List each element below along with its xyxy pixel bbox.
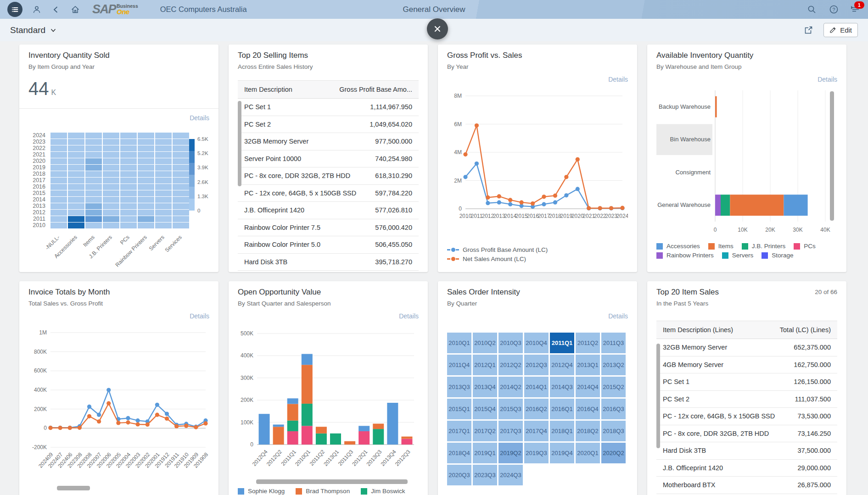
legend-item[interactable]: Gross Profit Base Amount (LC) bbox=[447, 246, 548, 253]
table-row[interactable]: PC - 8x core, DDR 32GB, 2TB HDD618,310.2… bbox=[238, 167, 419, 185]
heatmap-cell[interactable] bbox=[50, 139, 67, 145]
quarter-cell[interactable]: 2015Q1 bbox=[447, 399, 471, 419]
quarter-cell[interactable]: 2010Q1 bbox=[447, 333, 471, 353]
heatmap-cell[interactable] bbox=[155, 165, 172, 171]
details-link[interactable]: Details bbox=[28, 114, 209, 122]
heatmap-cell[interactable] bbox=[120, 133, 137, 139]
heatmap-cell[interactable] bbox=[103, 190, 119, 196]
quarter-cell[interactable]: 2019Q3 bbox=[524, 443, 549, 463]
quarter-cell[interactable]: 2019Q2 bbox=[498, 443, 523, 463]
quarter-cell[interactable]: 2018Q1 bbox=[550, 421, 574, 441]
heatmap-cell[interactable] bbox=[138, 133, 154, 139]
heatmap-cell[interactable] bbox=[173, 139, 189, 145]
heatmap-cell[interactable] bbox=[50, 152, 67, 158]
heatmap-cell[interactable] bbox=[103, 139, 119, 145]
scrollbar[interactable] bbox=[238, 101, 241, 186]
heatmap-cell[interactable] bbox=[155, 178, 172, 184]
heatmap-cell[interactable] bbox=[103, 216, 119, 222]
heatmap-cell[interactable] bbox=[103, 152, 119, 158]
heatmap-cell[interactable] bbox=[173, 158, 189, 164]
heatmap-cell[interactable] bbox=[103, 203, 119, 209]
heatmap-cell[interactable] bbox=[85, 158, 102, 164]
invoice-totals-chart[interactable]: 1M800K600K400K200K0-200K2024092024072024… bbox=[28, 321, 209, 482]
heatmap-cell[interactable] bbox=[138, 139, 154, 145]
heatmap-cell[interactable] bbox=[85, 216, 102, 222]
heatmap-cell[interactable] bbox=[138, 203, 154, 209]
quarter-cell[interactable]: 2010Q4 bbox=[524, 333, 549, 353]
heatmap-cell[interactable] bbox=[138, 158, 154, 164]
heatmap-cell[interactable] bbox=[50, 133, 67, 139]
heatmap-cell[interactable] bbox=[85, 165, 102, 171]
heatmap-cell[interactable] bbox=[120, 171, 137, 177]
quarter-cell[interactable]: 2018Q4 bbox=[447, 443, 471, 463]
heatmap-cell[interactable] bbox=[120, 158, 137, 164]
heatmap-cell[interactable] bbox=[120, 145, 137, 151]
details-link[interactable]: Details bbox=[447, 76, 628, 83]
heatmap-cell[interactable] bbox=[68, 210, 84, 216]
heatmap-cell[interactable] bbox=[173, 165, 189, 171]
legend-item[interactable]: Accessories bbox=[656, 243, 700, 250]
quarter-cell[interactable]: 2016Q1 bbox=[550, 399, 574, 419]
heatmap-cell[interactable] bbox=[138, 222, 154, 228]
quarter-cell[interactable]: 2019Q1 bbox=[473, 443, 497, 463]
heatmap-cell[interactable] bbox=[155, 210, 172, 216]
details-link[interactable]: Details bbox=[238, 312, 419, 320]
heatmap-cell[interactable] bbox=[68, 145, 84, 151]
legend-item[interactable]: Items bbox=[708, 243, 734, 250]
heatmap-cell[interactable] bbox=[103, 171, 119, 177]
heatmap-cell[interactable] bbox=[173, 190, 189, 196]
heatmap-cell[interactable] bbox=[68, 203, 84, 209]
quarter-cell[interactable]: 2020Q3 bbox=[447, 465, 471, 485]
quarter-cell[interactable]: 2013Q2 bbox=[601, 355, 626, 375]
heatmap-cell[interactable] bbox=[50, 190, 67, 196]
legend-item[interactable]: Sophie Klogg bbox=[238, 488, 285, 495]
share-icon[interactable] bbox=[803, 25, 813, 35]
heatmap-cell[interactable] bbox=[155, 158, 172, 164]
heatmap-cell[interactable] bbox=[173, 197, 189, 203]
heatmap-cell[interactable] bbox=[85, 222, 102, 228]
quarter-cell[interactable]: 2020Q1 bbox=[576, 443, 600, 463]
quarter-cell[interactable]: 2013Q3 bbox=[447, 377, 471, 397]
back-icon[interactable] bbox=[51, 5, 61, 15]
heatmap-cell[interactable] bbox=[120, 152, 137, 158]
user-icon[interactable] bbox=[32, 5, 42, 15]
details-link[interactable]: Details bbox=[447, 312, 628, 320]
heatmap-cell[interactable] bbox=[173, 203, 189, 209]
heatmap-cell[interactable] bbox=[103, 158, 119, 164]
heatmap-cell[interactable] bbox=[103, 145, 119, 151]
gross-profit-vs-sales-chart[interactable]: 8M6M4M2M02010201120122013201420152016201… bbox=[447, 85, 628, 234]
quarter-cell[interactable]: 2015Q4 bbox=[473, 399, 497, 419]
quarter-cell[interactable]: 2014Q2 bbox=[498, 377, 523, 397]
heatmap-cell[interactable] bbox=[155, 139, 172, 145]
heatmap-cell[interactable] bbox=[155, 184, 172, 190]
heatmap-cell[interactable] bbox=[103, 197, 119, 203]
heatmap-cell[interactable] bbox=[85, 190, 102, 196]
heatmap-cell[interactable] bbox=[138, 216, 154, 222]
quarter-cell[interactable]: 2014Q4 bbox=[576, 377, 600, 397]
quarter-cell[interactable]: 2014Q1 bbox=[524, 377, 549, 397]
heatmap-cell[interactable] bbox=[138, 184, 154, 190]
heatmap-cell[interactable] bbox=[50, 216, 67, 222]
heatmap-cell[interactable] bbox=[103, 184, 119, 190]
heatmap-cell[interactable] bbox=[120, 184, 137, 190]
heatmap-cell[interactable] bbox=[138, 171, 154, 177]
quarter-cell[interactable]: 2011Q1 bbox=[550, 333, 574, 353]
quarter-cell[interactable]: 2012Q3 bbox=[524, 355, 549, 375]
heatmap-cell[interactable] bbox=[68, 139, 84, 145]
heatmap-cell[interactable] bbox=[50, 158, 67, 164]
heatmap-cell[interactable] bbox=[120, 165, 137, 171]
heatmap-cell[interactable] bbox=[103, 222, 119, 228]
heatmap-cell[interactable] bbox=[173, 222, 189, 228]
heatmap-cell[interactable] bbox=[85, 133, 102, 139]
table-row[interactable]: Motherboard BTX26,875.000 bbox=[656, 477, 837, 494]
scrollbar[interactable] bbox=[256, 479, 408, 484]
legend-item[interactable]: J.B. Printers bbox=[742, 243, 786, 250]
heatmap-cell[interactable] bbox=[173, 216, 189, 222]
heatmap-cell[interactable] bbox=[138, 145, 154, 151]
quarter-cell[interactable]: 2019Q4 bbox=[550, 443, 574, 463]
notifications-icon[interactable]: 1 bbox=[851, 5, 861, 15]
help-icon[interactable]: ? bbox=[829, 5, 839, 15]
quarter-cell[interactable]: 2017Q3 bbox=[498, 421, 523, 441]
heatmap-cell[interactable] bbox=[103, 210, 119, 216]
view-selector[interactable]: Standard bbox=[10, 25, 57, 35]
